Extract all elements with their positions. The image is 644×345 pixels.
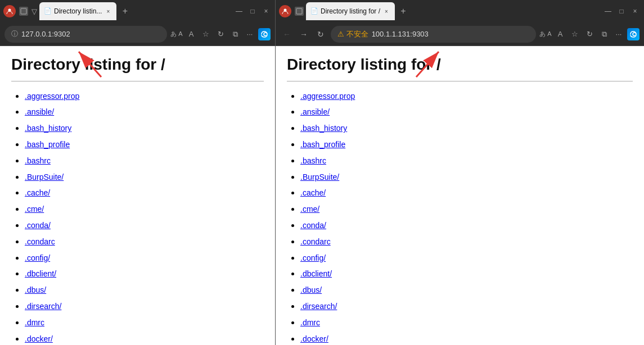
left-file-list: .aggressor.prop.ansible/.bash_history.ba… bbox=[11, 88, 264, 345]
list-item[interactable]: .dbclient/ bbox=[25, 266, 264, 282]
list-item[interactable]: .cache/ bbox=[300, 185, 633, 201]
left-address-actions: あ A A ☆ ↻ ⧉ ··· bbox=[170, 28, 271, 40]
left-active-tab[interactable]: 📄 Directory listin... × bbox=[39, 2, 116, 20]
left-tab-bar: 📄 Directory listin... × + bbox=[39, 2, 231, 20]
list-item[interactable]: .dbclient/ bbox=[300, 266, 633, 282]
right-address-bar: ← → ↻ ⚠ 不安全 100.1.1.131:9303 あ A A ☆ ↻ ⧉… bbox=[276, 22, 644, 46]
right-reader-button[interactable]: A bbox=[554, 28, 566, 40]
list-item[interactable]: .BurpSuite/ bbox=[300, 169, 633, 185]
right-profile-avatar[interactable] bbox=[279, 5, 291, 17]
left-tab-close[interactable]: × bbox=[104, 7, 112, 15]
list-item[interactable]: .bash_profile bbox=[300, 137, 633, 153]
list-item[interactable]: .ansible/ bbox=[300, 104, 633, 120]
right-page-title: Directory listing for / bbox=[287, 55, 633, 74]
left-page-content: Directory listing for / .aggressor.prop.… bbox=[0, 46, 275, 345]
list-item[interactable]: .dmrc bbox=[300, 315, 633, 331]
left-refresh-button[interactable]: ↻ bbox=[214, 28, 227, 40]
right-forward-button[interactable]: → bbox=[297, 28, 310, 41]
list-item[interactable]: .aggressor.prop bbox=[25, 88, 264, 105]
left-title-bar: ▽ 📄 Directory listin... × + — □ × bbox=[0, 0, 275, 22]
right-page-divider bbox=[287, 81, 633, 81]
left-favorites-button[interactable]: ☆ bbox=[200, 28, 212, 40]
right-refresh-button[interactable]: ↻ bbox=[314, 28, 327, 41]
right-more-button[interactable]: ··· bbox=[613, 28, 625, 40]
right-translate-button[interactable]: あ A bbox=[539, 28, 552, 40]
list-item[interactable]: .bashrc bbox=[25, 153, 264, 169]
right-url-bar[interactable]: ⚠ 不安全 100.1.1.131:9303 bbox=[331, 26, 536, 43]
right-window-controls: — □ × bbox=[602, 6, 641, 17]
left-funnel-icon: ▽ bbox=[31, 7, 37, 16]
list-item[interactable]: .dirsearch/ bbox=[300, 298, 633, 315]
right-refresh-button2[interactable]: ↻ bbox=[583, 28, 596, 40]
left-new-tab-icon[interactable] bbox=[19, 7, 28, 16]
left-new-tab-button[interactable]: + bbox=[118, 4, 132, 19]
list-item[interactable]: .dbus/ bbox=[25, 282, 264, 298]
list-item[interactable]: .ansible/ bbox=[25, 104, 264, 120]
right-warning-icon: ⚠ 不安全 bbox=[337, 29, 368, 39]
right-title-bar: 📄 Directory listing for / × + — □ × bbox=[276, 0, 644, 22]
right-tab-close[interactable]: × bbox=[382, 7, 390, 15]
right-url-text: 100.1.1.131:9303 bbox=[372, 30, 429, 38]
list-item[interactable]: .docker/ bbox=[300, 331, 633, 345]
left-address-bar: ⓘ 127.0.0.1:9302 あ A A ☆ ↻ ⧉ ··· bbox=[0, 22, 275, 46]
right-minimize-button[interactable]: — bbox=[602, 6, 614, 17]
right-tab-favicon: 📄 bbox=[310, 7, 318, 15]
list-item[interactable]: .condarc bbox=[25, 234, 264, 250]
right-file-list: .aggressor.prop.ansible/.bash_history.ba… bbox=[287, 88, 633, 345]
svg-rect-4 bbox=[296, 8, 302, 14]
list-item[interactable]: .bashrc bbox=[300, 153, 633, 169]
left-tab-title: Directory listin... bbox=[54, 7, 102, 15]
right-tab-title: Directory listing for / bbox=[321, 7, 380, 15]
list-item[interactable]: .bash_history bbox=[25, 120, 264, 137]
list-item[interactable]: .cache/ bbox=[25, 185, 264, 201]
list-item[interactable]: .dbus/ bbox=[300, 282, 633, 298]
left-translate-button[interactable]: あ A bbox=[170, 28, 183, 40]
list-item[interactable]: .BurpSuite/ bbox=[25, 169, 264, 185]
left-url-bar[interactable]: ⓘ 127.0.0.1:9302 bbox=[4, 26, 167, 43]
right-new-window-icon[interactable] bbox=[295, 7, 304, 16]
left-split-button[interactable]: ⧉ bbox=[229, 28, 241, 40]
right-split-button[interactable]: ⧉ bbox=[598, 28, 610, 40]
left-minimize-button[interactable]: — bbox=[233, 6, 245, 17]
right-page-content: Directory listing for / .aggressor.prop.… bbox=[276, 46, 644, 345]
right-active-tab[interactable]: 📄 Directory listing for / × bbox=[306, 2, 395, 20]
list-item[interactable]: .docker/ bbox=[25, 331, 264, 345]
right-back-button[interactable]: ← bbox=[280, 28, 294, 41]
svg-rect-1 bbox=[21, 8, 26, 14]
left-page-title: Directory listing for / bbox=[11, 55, 264, 74]
left-edge-icon bbox=[258, 28, 271, 40]
list-item[interactable]: .bash_history bbox=[300, 120, 633, 137]
list-item[interactable]: .config/ bbox=[300, 250, 633, 266]
right-edge-icon bbox=[627, 28, 640, 40]
list-item[interactable]: .aggressor.prop bbox=[300, 88, 633, 105]
left-maximize-button[interactable]: □ bbox=[247, 6, 258, 17]
list-item[interactable]: .dirsearch/ bbox=[25, 298, 264, 315]
left-profile-avatar[interactable] bbox=[3, 5, 16, 17]
list-item[interactable]: .bash_profile bbox=[25, 137, 264, 153]
left-reader-button[interactable]: A bbox=[185, 28, 197, 40]
right-favorites-button[interactable]: ☆ bbox=[569, 28, 581, 40]
left-info-icon: ⓘ bbox=[11, 29, 18, 39]
left-close-button[interactable]: × bbox=[260, 6, 272, 17]
list-item[interactable]: .conda/ bbox=[300, 217, 633, 234]
list-item[interactable]: .dmrc bbox=[25, 315, 264, 331]
left-page-divider bbox=[11, 81, 264, 81]
right-maximize-button[interactable]: □ bbox=[616, 6, 627, 17]
list-item[interactable]: .cme/ bbox=[25, 201, 264, 217]
right-address-actions: あ A A ☆ ↻ ⧉ ··· bbox=[539, 28, 640, 40]
right-close-button[interactable]: × bbox=[629, 6, 641, 17]
left-more-button[interactable]: ··· bbox=[244, 28, 256, 40]
list-item[interactable]: .condarc bbox=[300, 234, 633, 250]
list-item[interactable]: .config/ bbox=[25, 250, 264, 266]
left-url-text: 127.0.0.1:9302 bbox=[21, 30, 70, 38]
list-item[interactable]: .cme/ bbox=[300, 201, 633, 217]
left-window-controls: — □ × bbox=[233, 6, 272, 17]
right-tab-bar: 📄 Directory listing for / × + bbox=[306, 2, 600, 20]
right-new-tab-button[interactable]: + bbox=[396, 4, 411, 19]
list-item[interactable]: .conda/ bbox=[25, 217, 264, 234]
left-tab-favicon: 📄 bbox=[44, 7, 52, 15]
